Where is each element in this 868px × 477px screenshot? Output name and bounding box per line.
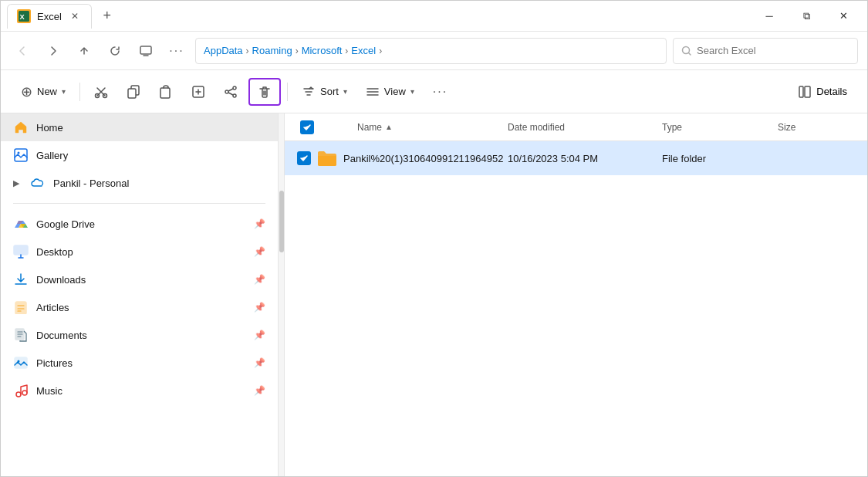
sidebar-label-gallery: Gallery xyxy=(36,150,68,161)
sidebar: Home Gallery ▶ Pankil - Personal xyxy=(1,113,279,476)
up-button[interactable] xyxy=(72,39,96,63)
rename-icon xyxy=(191,85,205,99)
documents-icon xyxy=(13,327,29,343)
breadcrumb[interactable]: AppData › Roaming › Microsoft › Excel › xyxy=(195,38,667,64)
sidebar-label-pictures: Pictures xyxy=(36,357,73,369)
music-pin-icon: 📌 xyxy=(254,385,265,396)
sidebar-label-pankil: Pankil - Personal xyxy=(53,178,129,189)
file-name: Pankil%20(1)310640991211964952 xyxy=(343,153,508,164)
svg-rect-2 xyxy=(140,46,151,54)
more-toolbar-button[interactable]: ··· xyxy=(425,78,455,106)
sidebar-scroll-thumb[interactable] xyxy=(279,191,284,252)
sidebar-item-pictures[interactable]: Pictures 📌 xyxy=(1,349,278,377)
share-icon xyxy=(224,85,238,99)
share-button[interactable] xyxy=(216,78,245,106)
col-date-label: Date modified xyxy=(508,122,565,133)
googledrive-pin-icon: 📌 xyxy=(254,218,265,229)
pictures-pin-icon: 📌 xyxy=(254,357,265,368)
sidebar-item-downloads[interactable]: Downloads 📌 xyxy=(1,266,278,293)
folder-icon xyxy=(317,150,337,167)
sidebar-label-googledrive: Google Drive xyxy=(36,218,95,230)
sidebar-item-music[interactable]: Music 📌 xyxy=(1,377,278,404)
sort-button[interactable]: Sort ▾ xyxy=(294,78,355,106)
copy-button[interactable] xyxy=(119,78,148,106)
search-input[interactable] xyxy=(697,45,849,56)
col-type[interactable]: Type xyxy=(662,122,778,133)
forward-button[interactable] xyxy=(41,39,66,63)
close-button[interactable]: ✕ xyxy=(826,4,861,29)
view-icon xyxy=(366,85,380,99)
sort-arrow-icon: ▲ xyxy=(385,123,393,131)
articles-pin-icon: 📌 xyxy=(254,302,265,313)
restore-button[interactable]: ⧉ xyxy=(789,4,824,29)
bc-excel[interactable]: Excel xyxy=(351,45,376,56)
details-label: Details xyxy=(816,86,847,97)
view-label: View xyxy=(384,86,406,97)
delete-button[interactable] xyxy=(248,78,281,106)
sidebar-divider-1 xyxy=(13,203,265,204)
svg-rect-17 xyxy=(14,245,28,255)
bc-appdata[interactable]: AppData xyxy=(204,45,243,56)
more-nav-button[interactable]: ··· xyxy=(164,39,189,63)
articles-icon xyxy=(13,299,29,315)
sidebar-item-pankil[interactable]: ▶ Pankil - Personal xyxy=(1,169,278,197)
tab-label: Excel xyxy=(37,11,62,22)
documents-pin-icon: 📌 xyxy=(254,330,265,340)
tab-close-button[interactable]: ✕ xyxy=(68,9,82,23)
bc-roaming[interactable]: Roaming xyxy=(252,45,292,56)
sidebar-item-documents[interactable]: Documents 📌 xyxy=(1,321,278,349)
toolbar-separator-2 xyxy=(287,83,288,101)
file-checkbox[interactable] xyxy=(297,151,311,165)
sidebar-item-articles[interactable]: Articles 📌 xyxy=(1,293,278,321)
col-size-label: Size xyxy=(778,122,795,133)
minimize-button[interactable]: ─ xyxy=(751,4,787,29)
pankil-expand-icon: ▶ xyxy=(13,178,19,188)
sort-label: Sort xyxy=(320,86,339,97)
col-size[interactable]: Size xyxy=(778,122,855,133)
header-checkbox[interactable] xyxy=(300,120,314,134)
col-name[interactable]: Name ▲ xyxy=(320,122,508,133)
details-icon xyxy=(798,85,812,99)
title-bar: X Excel ✕ + ─ ⧉ ✕ xyxy=(1,1,867,32)
back-button[interactable] xyxy=(10,39,35,63)
svg-point-22 xyxy=(16,392,21,397)
svg-point-23 xyxy=(22,391,27,395)
file-explorer-window: X Excel ✕ + ─ ⧉ ✕ ··· xyxy=(0,0,868,477)
file-area: Name ▲ Date modified Type Size xyxy=(285,113,867,476)
rename-button[interactable] xyxy=(184,78,213,106)
details-button[interactable]: Details xyxy=(790,80,855,103)
col-date[interactable]: Date modified xyxy=(508,122,662,133)
sidebar-label-documents: Documents xyxy=(36,330,87,341)
view-button[interactable]: View ▾ xyxy=(358,78,422,106)
sidebar-item-gallery[interactable]: Gallery xyxy=(1,141,278,169)
paste-icon xyxy=(159,85,173,99)
refresh-button[interactable] xyxy=(103,39,127,63)
new-icon: ⊕ xyxy=(21,83,32,100)
display-button[interactable] xyxy=(133,39,158,63)
search-box[interactable] xyxy=(673,38,858,64)
file-date: 10/16/2023 5:04 PM xyxy=(508,153,662,164)
col-type-label: Type xyxy=(662,122,682,133)
bc-microsoft[interactable]: Microsoft xyxy=(302,45,343,56)
sidebar-item-home[interactable]: Home xyxy=(1,113,278,141)
svg-point-16 xyxy=(18,152,20,154)
svg-rect-8 xyxy=(160,88,170,98)
music-icon xyxy=(13,383,29,398)
table-row[interactable]: Pankil%20(1)310640991211964952 10/16/202… xyxy=(285,141,867,175)
sidebar-item-desktop[interactable]: Desktop 📌 xyxy=(1,238,278,266)
window-controls: ─ ⧉ ✕ xyxy=(751,4,861,29)
main-content: Home Gallery ▶ Pankil - Personal xyxy=(1,113,867,476)
gallery-icon xyxy=(13,147,29,163)
sidebar-scrollbar[interactable] xyxy=(279,113,285,476)
svg-rect-7 xyxy=(128,89,136,98)
toolbar-separator-1 xyxy=(79,83,80,101)
new-chevron-icon: ▾ xyxy=(62,87,66,96)
new-button[interactable]: ⊕ New ▾ xyxy=(13,78,73,106)
paste-button[interactable] xyxy=(151,78,181,106)
sidebar-item-googledrive[interactable]: Google Drive 📌 xyxy=(1,210,278,238)
tab-excel[interactable]: X Excel ✕ xyxy=(7,4,92,29)
downloads-pin-icon: 📌 xyxy=(254,274,265,285)
cut-button[interactable] xyxy=(86,78,116,106)
view-chevron-icon: ▾ xyxy=(410,87,414,96)
new-tab-button[interactable]: + xyxy=(95,4,120,29)
